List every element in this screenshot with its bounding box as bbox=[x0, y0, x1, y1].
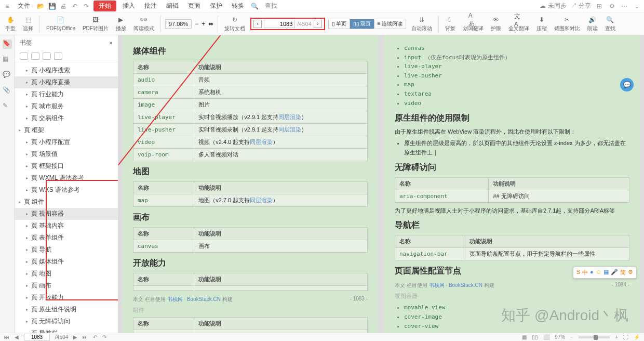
hand-tool[interactable]: ✋手型 bbox=[3, 15, 18, 32]
print-icon[interactable]: 🖨 bbox=[59, 2, 68, 10]
undo-icon[interactable]: ↶ bbox=[71, 2, 79, 10]
list-item[interactable]: cover-image bbox=[404, 312, 629, 322]
compress[interactable]: ⬇压缩 bbox=[534, 15, 549, 32]
tab-convert[interactable]: 转换 bbox=[229, 1, 247, 11]
signature-icon[interactable]: ✎ bbox=[3, 102, 12, 111]
tree-node[interactable]: ▸ 頁 交易组件 bbox=[15, 112, 118, 124]
tree-node[interactable]: ▸ 頁 框架接口 bbox=[15, 160, 118, 172]
tab-protect[interactable]: 保护 bbox=[207, 1, 225, 11]
tree-node[interactable]: ▸ 頁 行业能力 bbox=[15, 88, 118, 100]
tree-node[interactable]: ▸ 頁 原生组件说明 bbox=[15, 304, 118, 316]
sb-zoom-slider[interactable] bbox=[579, 336, 610, 338]
menu-icon[interactable]: ≡ bbox=[3, 2, 11, 10]
page-input[interactable] bbox=[264, 20, 295, 28]
sb-first[interactable]: ⏮ bbox=[4, 334, 9, 340]
open-icon[interactable]: 📂 bbox=[36, 2, 45, 10]
sb-zoom-out[interactable]: − bbox=[570, 334, 573, 340]
tree-node[interactable]: ▸ 頁 小程序搜索 bbox=[15, 64, 118, 76]
read-mode[interactable]: 👓阅读模式 bbox=[131, 15, 156, 32]
list-item[interactable]: video bbox=[404, 99, 629, 108]
bm-tool-3[interactable] bbox=[43, 53, 51, 60]
rotate-doc[interactable]: ↻旋转文档 bbox=[222, 15, 247, 32]
select-tool[interactable]: ⬚选择 bbox=[21, 15, 35, 32]
tab-start[interactable]: 开始 bbox=[93, 1, 116, 11]
tree-node[interactable]: ▸ 頁 小程序配置 bbox=[15, 136, 118, 148]
bookmark-icon[interactable]: 🔖 bbox=[3, 40, 12, 49]
list-item[interactable]: live-pusher bbox=[404, 71, 629, 81]
component-link[interactable]: live-player bbox=[138, 114, 176, 121]
component-link[interactable]: audio bbox=[138, 76, 155, 83]
sb-prev[interactable]: ◀ bbox=[15, 334, 19, 340]
sb-next[interactable]: ▶ bbox=[73, 334, 77, 340]
find[interactable]: 🔍查找 bbox=[603, 15, 618, 32]
sb-more[interactable]: ⚡ bbox=[634, 334, 640, 340]
tree-node[interactable]: ▸ 頁 框架 bbox=[15, 124, 118, 136]
bm-tool-4[interactable] bbox=[54, 53, 62, 60]
tree-node[interactable]: ▸ 頁 表单组件 bbox=[15, 232, 118, 244]
tree-node[interactable]: ▸ 頁 画布 bbox=[15, 280, 118, 292]
view-single[interactable]: ▯ 单页 bbox=[329, 19, 350, 29]
gift-icon[interactable]: ⊞ bbox=[595, 2, 603, 10]
tree-node[interactable]: ▸ 頁 无障碍访问 bbox=[15, 316, 118, 327]
component-link[interactable]: map bbox=[138, 197, 148, 204]
view-double[interactable]: ▯▯ 双页 bbox=[350, 19, 374, 29]
list-item[interactable]: canvas bbox=[404, 44, 629, 53]
view-continuous[interactable]: ≡ 连续阅读 bbox=[374, 19, 406, 29]
component-link[interactable]: canvas bbox=[138, 243, 158, 250]
tab-page[interactable]: 页面 bbox=[185, 1, 204, 11]
screenshot-compare[interactable]: ✂截图和对比 bbox=[552, 15, 582, 32]
tab-edit[interactable]: 编辑 bbox=[163, 1, 182, 11]
list-item[interactable]: textarea bbox=[404, 89, 629, 99]
list-item[interactable]: input （仅在focus时表现为原生组件） bbox=[404, 53, 629, 62]
sb-view-icon[interactable]: ▦ bbox=[522, 334, 527, 340]
thumbnail-icon[interactable]: ▦ bbox=[3, 55, 12, 64]
search-label[interactable]: 查找 bbox=[262, 1, 280, 11]
tree-node[interactable]: ▸ 頁 WXS 语法参考 bbox=[15, 184, 118, 196]
tree-node[interactable]: ▸ 頁 导航栏 bbox=[15, 327, 118, 333]
settings-icon[interactable]: ⚙ bbox=[608, 2, 616, 10]
tree-node[interactable]: ▸ 頁 导航 bbox=[15, 244, 118, 256]
close-sidebar[interactable]: × bbox=[109, 40, 113, 47]
tab-annot[interactable]: 批注 bbox=[141, 1, 160, 11]
ime-toolbar[interactable]: S中●☺▦🎤简⚙ bbox=[573, 267, 637, 279]
zoom-level[interactable]: 97.08% bbox=[165, 19, 192, 29]
autoscroll[interactable]: ⇊自动滚动 bbox=[409, 15, 434, 32]
share-button[interactable]: ↗ 分享 bbox=[571, 2, 591, 10]
floating-help-button[interactable]: 💬 bbox=[620, 78, 634, 91]
sync-status[interactable]: ☁ 未同步 bbox=[540, 2, 566, 10]
prev-page[interactable]: ‹ bbox=[253, 20, 262, 28]
list-item[interactable]: map bbox=[404, 80, 629, 89]
component-link[interactable]: camera bbox=[138, 89, 158, 96]
tree-node[interactable]: ▸ 頁 基础内容 bbox=[15, 220, 118, 232]
component-link[interactable]: image bbox=[138, 101, 155, 108]
play-button[interactable]: ▶播放 bbox=[114, 15, 128, 32]
next-page[interactable]: › bbox=[314, 20, 322, 28]
attachment-icon[interactable]: 📎 bbox=[3, 86, 12, 96]
sb-back[interactable]: ↶ bbox=[93, 334, 97, 340]
more-icon[interactable]: ⋯ bbox=[620, 2, 628, 10]
tree-node[interactable]: ▸ 頁 城市服务 bbox=[15, 100, 118, 112]
zoom-out-icon[interactable]: − bbox=[195, 20, 198, 28]
full-translate[interactable]: 文A全文翻译 bbox=[506, 15, 531, 32]
tree-node[interactable]: ▸ 頁 媒体组件 bbox=[15, 256, 118, 268]
sb-fullscreen[interactable]: ⛶ bbox=[623, 334, 628, 340]
component-link[interactable]: navigation-bar bbox=[399, 251, 448, 257]
save-icon[interactable]: 💾 bbox=[48, 2, 56, 10]
sb-zoom-in[interactable]: + bbox=[615, 334, 618, 340]
background[interactable]: ☾背景 bbox=[443, 15, 458, 32]
fit-width-icon[interactable]: ⬌ bbox=[208, 20, 213, 28]
search-icon[interactable]: 🔍 bbox=[250, 2, 259, 10]
eye-protect[interactable]: 👁护眼 bbox=[489, 15, 503, 32]
tree-node[interactable]: ▸ 頁 视图容器 bbox=[15, 208, 118, 220]
component-link[interactable]: voip-room bbox=[138, 151, 169, 158]
component-link[interactable]: live-pusher bbox=[138, 126, 176, 133]
redo-icon[interactable]: ↷ bbox=[82, 2, 90, 10]
bm-tool-2[interactable] bbox=[31, 53, 39, 60]
bm-tool-1[interactable] bbox=[20, 53, 28, 60]
list-item[interactable]: live-player bbox=[404, 62, 629, 71]
tree-node[interactable]: ▸ 頁 场景值 bbox=[15, 148, 118, 160]
tab-insert[interactable]: 插入 bbox=[119, 1, 138, 11]
tree-node[interactable]: ▸ 頁 开放能力 bbox=[15, 292, 118, 304]
pdf-to-office[interactable]: 📄PDF转Office bbox=[44, 15, 77, 32]
sb-fwd[interactable]: ↷ bbox=[102, 334, 106, 340]
